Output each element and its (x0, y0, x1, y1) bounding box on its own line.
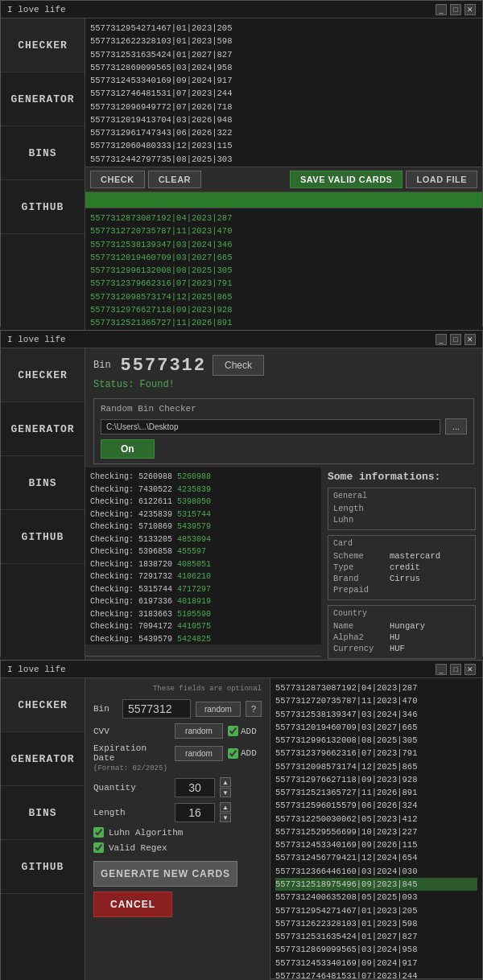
card-section: Card Scheme mastercard Type credit Brand… (328, 535, 476, 600)
save-valid-button[interactable]: SAVE VALID CARDS (290, 171, 403, 188)
title-text-2: I love life (7, 335, 66, 344)
result-line-item: 5577312996132008|08|2025|305 (90, 264, 477, 277)
card-list-item: 5577312622328103|01|2023|598 (90, 35, 477, 47)
len-label: Length (93, 808, 170, 817)
generate-button[interactable]: GENERATE NEW CARDS (93, 861, 237, 887)
country-name-row: Name Hungary (333, 621, 470, 631)
gen-card-item: 5577312622328103|01|2023|598 (275, 917, 477, 930)
alpha2-key: Alpha2 (333, 632, 390, 642)
gen-card-item: 5577312529556699|10|2023|227 (275, 826, 477, 838)
on-button[interactable]: On (101, 439, 155, 459)
length-row: Length (333, 504, 470, 513)
cvv-label: CVV (93, 727, 170, 736)
checking-line-item: Checking: 6122611 5398050 (90, 496, 316, 509)
gen-card-item: 5577312379662316|07|2023|791 (275, 747, 477, 760)
luhn-algo-row: Luhn Algorithm (93, 827, 262, 838)
gen-card-item: 5577312250030062|05|2023|412 (275, 813, 477, 826)
sidebar-1: CHECKER GENERATOR BINS GITHUB (1, 19, 85, 344)
minimize-btn-3[interactable]: _ (436, 664, 447, 675)
check-button-1[interactable]: CHECK (90, 171, 145, 188)
gen-card-item: 5577312456779421|12|2024|654 (275, 851, 477, 864)
regex-checkbox[interactable] (93, 842, 104, 853)
maximize-btn-3[interactable]: □ (450, 664, 461, 675)
sidebar-item-github-3[interactable]: GITHUB (1, 840, 85, 894)
card-list-item: 5577312442797735|08|2025|303 (90, 153, 477, 166)
sidebar-item-github-2[interactable]: GITHUB (1, 510, 85, 564)
card-list-item: 5577312954271467|01|2023|205 (90, 22, 477, 35)
title-bar-1: I love life _ □ ✕ (1, 1, 482, 19)
bin-question-btn[interactable]: ? (246, 701, 262, 717)
qty-spinner: ▲ ▼ (220, 777, 231, 797)
check-bin-button[interactable]: Check (213, 355, 264, 376)
sidebar-3: CHECKER GENERATOR BINS GITHUB (1, 678, 85, 980)
sidebar-item-generator-2[interactable]: GENERATOR (1, 402, 85, 456)
content-area-3: These fields are optional Bin random ? C… (85, 678, 482, 980)
sidebar-item-bins-3[interactable]: BINS (1, 786, 85, 840)
two-col-layout: Checking: 5260988 5260988Checking: 74305… (85, 467, 482, 673)
qty-up-btn[interactable]: ▲ (220, 777, 231, 787)
title-text-1: I love life (7, 5, 66, 14)
cvv-random-btn[interactable]: random (175, 723, 223, 739)
sidebar-item-generator-1[interactable]: GENERATOR (1, 72, 85, 126)
luhn-row: Luhn (333, 515, 470, 525)
gen-right-container: 5577312873087192|04|2023|287557731272073… (270, 678, 482, 980)
len-input[interactable] (175, 803, 215, 822)
results-area-1: 5577312873087192|04|2023|287557731272073… (85, 208, 482, 344)
cancel-section: CANCEL (93, 891, 262, 917)
gen-card-item: 5577312976627118|09|2023|928 (275, 773, 477, 786)
checking-line-item: Checking: 5315744 4717297 (90, 583, 316, 596)
sidebar-item-github-1[interactable]: GITHUB (1, 180, 85, 234)
path-input[interactable] (101, 419, 440, 434)
type-row: Type credit (333, 562, 470, 572)
bin-random-btn[interactable]: random (196, 702, 241, 717)
len-down-btn[interactable]: ▼ (220, 813, 231, 822)
sidebar-item-checker-1[interactable]: CHECKER (1, 19, 85, 72)
maximize-btn-2[interactable]: □ (450, 334, 461, 345)
card-list-item: 5577312531635424|01|2027|827 (90, 48, 477, 61)
close-btn-3[interactable]: ✕ (464, 664, 476, 675)
qty-row: Quantity ▲ ▼ (93, 777, 262, 797)
info-title: Some informations: (328, 471, 476, 483)
sidebar-item-bins-1[interactable]: BINS (1, 126, 85, 180)
load-file-button[interactable]: LOAD FILE (406, 171, 477, 188)
sidebar-item-generator-3[interactable]: GENERATOR (1, 732, 85, 786)
gen-card-item: 5577312531635424|01|2027|827 (275, 930, 477, 943)
qty-input[interactable] (175, 778, 215, 797)
luhn-checkbox[interactable] (93, 827, 104, 838)
result-line-item: 5577312538139347|03|2024|346 (90, 238, 477, 251)
maximize-btn-1[interactable]: □ (450, 4, 461, 15)
qty-label: Quantity (93, 783, 170, 793)
bin-value: 5577312 (121, 356, 206, 376)
alpha2-row: Alpha2 HU (333, 632, 470, 642)
cancel-button[interactable]: CANCEL (93, 891, 172, 917)
sidebar-item-checker-3[interactable]: CHECKER (1, 678, 85, 732)
scheme-row: Scheme mastercard (333, 551, 470, 561)
luhn-key: Luhn (333, 515, 390, 525)
close-btn-1[interactable]: ✕ (464, 4, 476, 15)
checking-list: Checking: 5260988 5260988Checking: 74305… (85, 467, 321, 644)
sidebar-item-bins-2[interactable]: BINS (1, 456, 85, 510)
exp-format: (Format: 02/2025) (93, 764, 262, 772)
clear-button-1[interactable]: CLEAR (148, 171, 201, 188)
len-up-btn[interactable]: ▲ (220, 802, 231, 812)
exp-random-btn[interactable]: random (175, 746, 223, 761)
minimize-btn-1[interactable]: _ (436, 4, 447, 15)
cvv-add-checkbox[interactable] (228, 726, 238, 736)
path-row: ... (101, 418, 467, 434)
exp-add-checkbox[interactable] (228, 748, 238, 759)
browse-button[interactable]: ... (445, 418, 467, 434)
qty-down-btn[interactable]: ▼ (220, 788, 231, 797)
country-section-title: Country (333, 609, 470, 618)
close-btn-2[interactable]: ✕ (464, 334, 476, 345)
len-row: Length ▲ ▼ (93, 802, 262, 822)
result-line-item: 5577312976627118|09|2023|928 (90, 303, 477, 316)
country-name-val: Hungary (390, 621, 425, 631)
exp-field-row: Expiration Date random ADD (Format: 02/2… (93, 743, 262, 772)
minimize-btn-2[interactable]: _ (436, 334, 447, 345)
regex-label: Valid Regex (109, 843, 167, 853)
bin-gen-input[interactable] (122, 699, 191, 719)
gen-card-item: 5577312400635208|05|2025|093 (275, 891, 477, 904)
len-spinner: ▲ ▼ (220, 802, 231, 822)
sidebar-item-checker-2[interactable]: CHECKER (1, 348, 85, 402)
card-section-title: Card (333, 539, 470, 548)
